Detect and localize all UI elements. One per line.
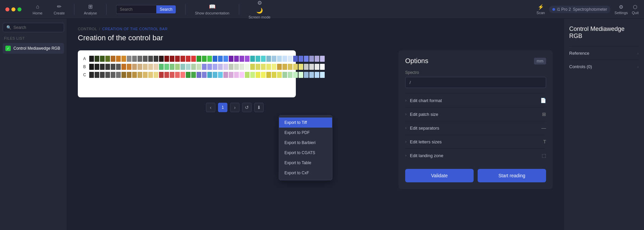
color-patch xyxy=(138,72,142,78)
color-patch xyxy=(304,56,309,62)
device-status-dot xyxy=(552,8,555,11)
color-patch xyxy=(213,56,217,62)
export-pdf-item[interactable]: Export to PDF xyxy=(279,128,332,138)
search-input[interactable] xyxy=(116,5,156,14)
nav-settings[interactable]: ⚙ Settings xyxy=(614,4,628,15)
color-patch xyxy=(288,72,292,78)
nav-divider-4 xyxy=(239,4,239,15)
search-button[interactable]: Search xyxy=(156,5,176,13)
color-patch xyxy=(282,64,287,70)
nav-quit[interactable]: ⬡ Quit xyxy=(632,4,639,15)
fullscreen-button[interactable] xyxy=(17,7,21,11)
right-panel-title: Control Mediawedge RGB xyxy=(569,26,639,40)
export-cgats-item[interactable]: Export to CGATS xyxy=(279,148,332,158)
minimize-button[interactable] xyxy=(11,7,15,11)
color-patch xyxy=(95,64,99,70)
color-patch xyxy=(89,72,94,78)
color-patch xyxy=(175,64,180,70)
reference-section[interactable]: Reference › xyxy=(569,46,639,60)
chevron-right-icon-2: › xyxy=(405,112,407,117)
moon-icon: 🌙 xyxy=(256,7,263,14)
color-patch xyxy=(127,72,131,78)
color-patch xyxy=(277,72,282,78)
color-patch xyxy=(250,72,255,78)
color-patch xyxy=(288,56,292,62)
color-patch xyxy=(207,72,212,78)
color-patch xyxy=(143,64,148,70)
start-reading-button[interactable]: Start reading xyxy=(478,169,546,182)
edit-separators-row[interactable]: › Edit separators — xyxy=(405,121,546,135)
nav-scan[interactable]: ⚡ Scan xyxy=(537,4,545,15)
color-patch xyxy=(132,72,137,78)
validate-button[interactable]: Validate xyxy=(405,169,474,182)
options-panel: Options mm Spectro › Edit chart format 📄… xyxy=(398,50,553,189)
color-patch xyxy=(304,72,309,78)
color-patch xyxy=(239,56,244,62)
color-patch xyxy=(164,56,169,62)
file-check-icon: ✓ xyxy=(5,46,11,51)
color-patch xyxy=(250,56,255,62)
row-label-b: B xyxy=(83,64,87,69)
color-patch xyxy=(245,64,250,70)
letters-icon: T xyxy=(543,139,546,144)
page-1-button[interactable]: 1 xyxy=(218,103,227,112)
color-patch xyxy=(116,64,121,70)
color-patch xyxy=(261,56,266,62)
color-patch xyxy=(105,56,110,62)
color-patch xyxy=(197,56,201,62)
edit-patch-size-row[interactable]: › Edit patch size ⊞ xyxy=(405,107,546,121)
color-patch xyxy=(320,72,325,78)
nav-create[interactable]: ✏ Create xyxy=(51,2,67,16)
export-table-item[interactable]: Export to Table xyxy=(279,158,332,168)
color-patch xyxy=(250,64,255,70)
color-patch xyxy=(180,72,185,78)
edit-chart-format-row[interactable]: › Edit chart format 📄 xyxy=(405,93,546,107)
color-patch xyxy=(309,56,314,62)
sidebar-search-box[interactable]: 🔍 xyxy=(3,23,64,32)
sidebar-item-control-mediawedge[interactable]: ✓ Control Mediawedge RGB xyxy=(3,43,64,54)
color-patch xyxy=(239,72,244,78)
prev-page-button[interactable]: ‹ xyxy=(206,103,215,112)
color-patch xyxy=(315,72,319,78)
download-button[interactable]: ⬇ Export to Tiff Export to PDF Export to… xyxy=(254,103,264,112)
export-tiff-item[interactable]: Export to Tiff xyxy=(279,118,332,128)
next-page-button[interactable]: › xyxy=(230,103,239,112)
nav-show-documentation[interactable]: 📖 Show documentation xyxy=(192,2,232,16)
color-patch xyxy=(266,64,271,70)
color-patch xyxy=(197,64,201,70)
edit-landing-zone-row[interactable]: › Edit landing zone ⬚ xyxy=(405,148,546,162)
export-barbieri-item[interactable]: Export to Barbieri xyxy=(279,138,332,148)
color-patch xyxy=(213,72,217,78)
nav-analyse[interactable]: ⊞ Analyse xyxy=(81,2,100,16)
color-patch xyxy=(186,72,191,78)
color-patch xyxy=(315,64,319,70)
home-icon: ⌂ xyxy=(36,4,39,10)
color-patch xyxy=(309,64,314,70)
color-patch xyxy=(261,64,266,70)
controls-arrow-icon: › xyxy=(637,65,639,69)
color-patch xyxy=(256,72,260,78)
nav-home[interactable]: ⌂ Home xyxy=(30,2,46,16)
color-patch xyxy=(116,72,121,78)
scan-icon: ⚡ xyxy=(538,4,544,10)
color-patch xyxy=(261,72,266,78)
rotate-button[interactable]: ↺ xyxy=(242,103,252,112)
page-title: Creation of the control bar xyxy=(78,34,553,42)
sidebar-search-input[interactable] xyxy=(13,25,60,30)
color-patch xyxy=(299,64,303,70)
color-patch xyxy=(191,72,196,78)
spectro-input[interactable] xyxy=(405,77,546,88)
color-patch xyxy=(148,72,153,78)
nav-screen-mode[interactable]: ⚙ 🌙 Screen mode xyxy=(246,0,273,20)
export-cxf-item[interactable]: Export to CxF xyxy=(279,168,332,178)
color-patch xyxy=(207,64,212,70)
edit-letters-sizes-row[interactable]: › Edit letters sizes T xyxy=(405,135,546,148)
controls-section[interactable]: Controls (0) › xyxy=(569,60,639,73)
color-patch xyxy=(175,72,180,78)
color-patch xyxy=(143,56,148,62)
color-patch xyxy=(127,64,131,70)
color-patch xyxy=(234,64,239,70)
color-patch xyxy=(304,64,309,70)
close-button[interactable] xyxy=(5,7,9,11)
color-patch xyxy=(175,56,180,62)
